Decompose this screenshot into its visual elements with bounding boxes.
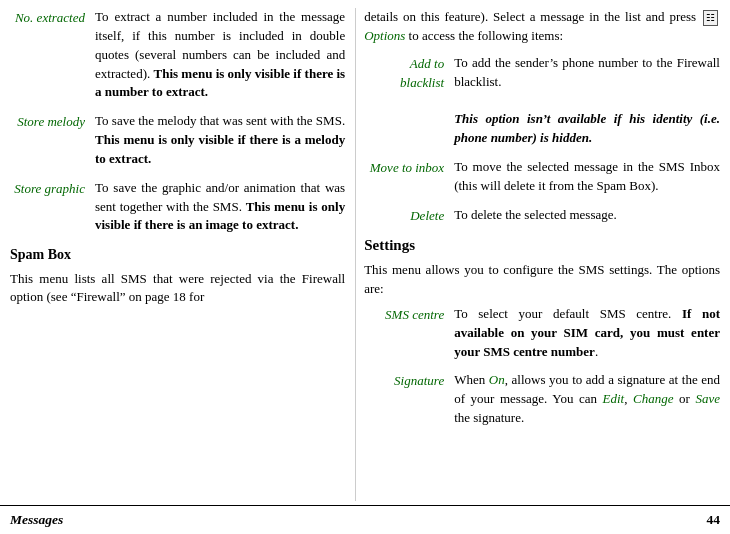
save-link: Save: [695, 391, 720, 406]
term-move-inbox: Move to inbox: [364, 158, 454, 196]
settings-heading: Settings: [364, 235, 720, 257]
term-signature: Signature: [364, 371, 454, 428]
footer-page: 44: [707, 510, 721, 530]
body-store-melody: To save the melody that was sent with th…: [95, 112, 345, 169]
term-add-blacklist: Add to blacklist: [364, 54, 454, 148]
left-column: No. extracted To extract a number includ…: [10, 8, 355, 501]
right-intro: details on this feature). Select a messa…: [364, 8, 720, 46]
definition-add-blacklist: Add to blacklist To add the sender’s pho…: [364, 54, 720, 148]
right-column: details on this feature). Select a messa…: [355, 8, 720, 501]
definition-no-extracted: No. extracted To extract a number includ…: [10, 8, 345, 102]
on-link: On: [489, 372, 505, 387]
page: No. extracted To extract a number includ…: [0, 0, 730, 534]
footer: Messages 44: [0, 505, 730, 534]
definition-store-melody: Store melody To save the melody that was…: [10, 112, 345, 169]
term-no-extracted: No. extracted: [10, 8, 95, 102]
body-sms-centre: To select your default SMS centre. If no…: [454, 305, 720, 362]
definition-delete: Delete To delete the selected message.: [364, 206, 720, 226]
term-sms-centre: SMS centre: [364, 305, 454, 362]
footer-label: Messages: [10, 510, 63, 530]
settings-intro: This menu allows you to configure the SM…: [364, 261, 720, 299]
spam-box-heading: Spam Box: [10, 245, 345, 265]
definition-move-inbox: Move to inbox To move the selected messa…: [364, 158, 720, 196]
change-link: Change: [633, 391, 673, 406]
edit-link: Edit: [603, 391, 625, 406]
blacklist-note: This option isn’t available if his ident…: [454, 111, 720, 145]
term-delete: Delete: [364, 206, 454, 226]
body-move-inbox: To move the selected message in the SMS …: [454, 158, 720, 196]
options-link: Options: [364, 28, 405, 43]
body-delete: To delete the selected message.: [454, 206, 720, 226]
definition-signature: Signature When On, allows you to add a s…: [364, 371, 720, 428]
body-no-extracted: To extract a number included in the mess…: [95, 8, 345, 102]
options-icon: ☷: [703, 10, 718, 27]
term-store-melody: Store melody: [10, 112, 95, 169]
body-store-graphic: To save the graphic and/or animation tha…: [95, 179, 345, 236]
term-store-graphic: Store graphic: [10, 179, 95, 236]
body-signature: When On, allows you to add a signature a…: [454, 371, 720, 428]
definition-sms-centre: SMS centre To select your default SMS ce…: [364, 305, 720, 362]
definition-store-graphic: Store graphic To save the graphic and/or…: [10, 179, 345, 236]
content-area: No. extracted To extract a number includ…: [0, 8, 730, 501]
body-add-blacklist: To add the sender’s phone number to the …: [454, 54, 720, 148]
spam-box-intro: This menu lists all SMS that were reject…: [10, 270, 345, 308]
